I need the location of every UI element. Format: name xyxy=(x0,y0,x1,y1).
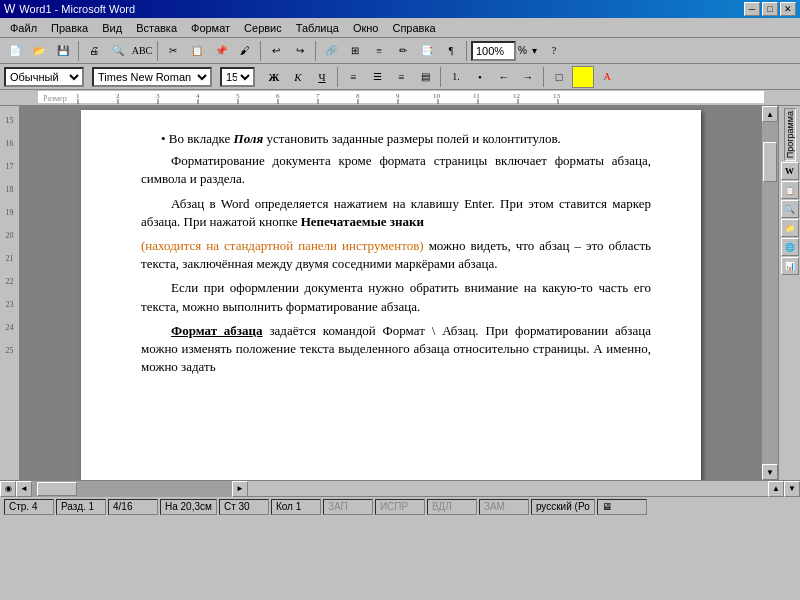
scroll-track[interactable] xyxy=(762,122,778,464)
horizontal-track[interactable] xyxy=(32,481,232,497)
panel-icon-4[interactable]: 📁 xyxy=(781,219,799,237)
scroll-up-button[interactable]: ▲ xyxy=(762,106,778,122)
para6-boldunder: Формат абзаца xyxy=(171,323,263,338)
hyperlink-button[interactable]: 🔗 xyxy=(320,40,342,62)
svg-text:3: 3 xyxy=(156,92,160,100)
menu-window[interactable]: Окно xyxy=(347,20,385,36)
ruler-num-16: 16 xyxy=(6,139,14,148)
highlight-button[interactable]: A xyxy=(572,66,594,88)
save-button[interactable]: 💾 xyxy=(52,40,74,62)
align-left[interactable]: ≡ xyxy=(342,66,364,88)
minimize-button[interactable]: ─ xyxy=(744,2,760,16)
menu-insert[interactable]: Вставка xyxy=(130,20,183,36)
numbering-button[interactable]: 1. xyxy=(445,66,467,88)
ruler-bar: Размер 1 2 3 4 5 6 7 8 9 10 11 xyxy=(0,90,800,106)
drawing-button[interactable]: ✏ xyxy=(392,40,414,62)
tables-button[interactable]: ⊞ xyxy=(344,40,366,62)
align-center[interactable]: ☰ xyxy=(366,66,388,88)
increase-indent[interactable]: → xyxy=(517,66,539,88)
cut-button[interactable]: ✂ xyxy=(162,40,184,62)
document-map[interactable]: 📑 xyxy=(416,40,438,62)
style-select[interactable]: Обычный xyxy=(4,67,84,87)
ruler-area[interactable]: Размер 1 2 3 4 5 6 7 8 9 10 11 xyxy=(38,91,764,105)
open-button[interactable]: 📂 xyxy=(28,40,50,62)
undo-button[interactable]: ↩ xyxy=(265,40,287,62)
menu-table[interactable]: Таблица xyxy=(290,20,345,36)
size-select[interactable]: 15 xyxy=(220,67,255,87)
paragraph-3: Абзац в Word определяется нажатием на кл… xyxy=(141,195,651,231)
scroll-down-button[interactable]: ▼ xyxy=(762,464,778,480)
window-title: Word1 - Microsoft Word xyxy=(19,3,135,15)
page-nav-buttons: ◉ xyxy=(0,481,16,497)
show-hide[interactable]: ¶ xyxy=(440,40,462,62)
panel-icon-6[interactable]: 📊 xyxy=(781,257,799,275)
page-down-button[interactable]: ▼ xyxy=(784,481,800,497)
align-justify[interactable]: ▤ xyxy=(414,66,436,88)
ruler-num-25: 25 xyxy=(6,346,14,355)
document-area[interactable]: • Во вкладке Поля установить заданные ра… xyxy=(20,106,762,480)
help-button[interactable]: ? xyxy=(543,40,565,62)
page-browse-up[interactable]: ◉ xyxy=(0,481,16,497)
bold-button[interactable]: Ж xyxy=(263,66,285,88)
svg-text:10: 10 xyxy=(433,92,441,100)
para2-text: Форматирование документа кроме формата с… xyxy=(141,153,651,186)
page-up-button[interactable]: ▲ xyxy=(768,481,784,497)
ruler-num-17: 17 xyxy=(6,162,14,171)
maximize-button[interactable]: □ xyxy=(762,2,778,16)
decrease-indent[interactable]: ← xyxy=(493,66,515,88)
program-label: Программа xyxy=(784,108,796,161)
menu-tools[interactable]: Сервис xyxy=(238,20,288,36)
new-button[interactable]: 📄 xyxy=(4,40,26,62)
ruler-num-19: 19 xyxy=(6,208,14,217)
zoom-dropdown[interactable]: ▾ xyxy=(529,40,541,62)
font-select[interactable]: Times New Roman xyxy=(92,67,212,87)
format-painter[interactable]: 🖌 xyxy=(234,40,256,62)
menu-format[interactable]: Формат xyxy=(185,20,236,36)
sep1 xyxy=(78,41,79,61)
paste-button[interactable]: 📌 xyxy=(210,40,232,62)
zoom-input[interactable] xyxy=(471,41,516,61)
border-button[interactable]: □ xyxy=(548,66,570,88)
spell-button[interactable]: ABC xyxy=(131,40,153,62)
columns-button[interactable]: ≡ xyxy=(368,40,390,62)
paragraph-1: • Во вкладке Поля установить заданные ра… xyxy=(161,130,651,148)
redo-button[interactable]: ↪ xyxy=(289,40,311,62)
horizontal-thumb[interactable] xyxy=(37,482,77,496)
ruler-num-18: 18 xyxy=(6,185,14,194)
paragraph-2: Форматирование документа кроме формата с… xyxy=(141,152,651,188)
menu-help[interactable]: Справка xyxy=(386,20,441,36)
panel-icon-5[interactable]: 🌐 xyxy=(781,238,799,256)
status-pageof: 4/16 xyxy=(108,499,158,515)
preview-button[interactable]: 🔍 xyxy=(107,40,129,62)
ruler-num-20: 20 xyxy=(6,231,14,240)
panel-icon-3[interactable]: 🔍 xyxy=(781,200,799,218)
menu-view[interactable]: Вид xyxy=(96,20,128,36)
para1-text2: установить заданные размеры полей и коло… xyxy=(263,131,561,146)
status-col: Кол 1 xyxy=(271,499,321,515)
sep5 xyxy=(466,41,467,61)
align-right[interactable]: ≡ xyxy=(390,66,412,88)
vertical-scrollbar[interactable]: ▲ ▼ xyxy=(762,106,778,480)
bullets-button[interactable]: • xyxy=(469,66,491,88)
para4-orange: (находится на стандартной панели инструм… xyxy=(141,238,424,253)
menu-edit[interactable]: Правка xyxy=(45,20,94,36)
status-icon: 🖥 xyxy=(597,499,647,515)
italic-button[interactable]: К xyxy=(287,66,309,88)
panel-icon-2[interactable]: 📋 xyxy=(781,181,799,199)
panel-icon-1[interactable]: W xyxy=(781,162,799,180)
title-bar: W Word1 - Microsoft Word ─ □ ✕ xyxy=(0,0,800,18)
document-page: • Во вкладке Поля установить заданные ра… xyxy=(81,110,701,480)
paragraph-6: Формат абзаца задаётся командой Формат \… xyxy=(141,322,651,377)
menu-file[interactable]: Файл xyxy=(4,20,43,36)
para1-bold: Поля xyxy=(234,131,264,146)
print-button[interactable]: 🖨 xyxy=(83,40,105,62)
ruler-num-21: 21 xyxy=(6,254,14,263)
underline-button[interactable]: Ч xyxy=(311,66,333,88)
scroll-thumb[interactable] xyxy=(763,142,777,182)
close-button[interactable]: ✕ xyxy=(780,2,796,16)
copy-button[interactable]: 📋 xyxy=(186,40,208,62)
scroll-right-button[interactable]: ► xyxy=(232,481,248,497)
menu-bar: Файл Правка Вид Вставка Формат Сервис Та… xyxy=(0,18,800,38)
font-color-button[interactable]: A xyxy=(596,66,618,88)
scroll-left-button[interactable]: ◄ xyxy=(16,481,32,497)
